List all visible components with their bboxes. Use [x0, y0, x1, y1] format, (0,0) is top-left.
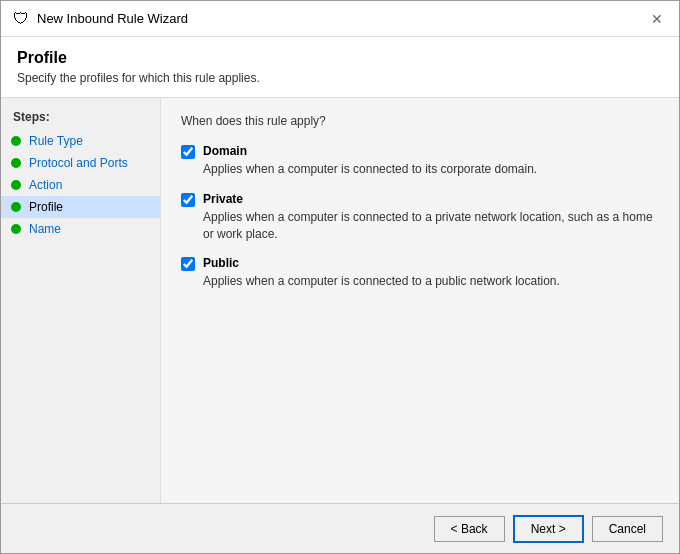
- step-indicator: [11, 136, 21, 146]
- content-area: Steps: Rule Type Protocol and Ports Acti…: [1, 98, 679, 503]
- option-desc-public: Applies when a computer is connected to …: [203, 273, 659, 290]
- checkbox-public[interactable]: [181, 257, 195, 271]
- sidebar-item-label: Protocol and Ports: [29, 156, 128, 170]
- page-header: Profile Specify the profiles for which t…: [1, 37, 679, 98]
- option-row-public: Public: [181, 256, 659, 271]
- option-row-domain: Domain: [181, 144, 659, 159]
- checkbox-domain[interactable]: [181, 145, 195, 159]
- option-label-domain: Domain: [203, 144, 247, 158]
- option-group-public: Public Applies when a computer is connec…: [181, 256, 659, 290]
- option-desc-private: Applies when a computer is connected to …: [203, 209, 659, 243]
- option-group-private: Private Applies when a computer is conne…: [181, 192, 659, 243]
- footer: < Back Next > Cancel: [1, 503, 679, 553]
- page-title: Profile: [17, 49, 663, 67]
- sidebar-item-action[interactable]: Action: [1, 174, 160, 196]
- page-subtitle: Specify the profiles for which this rule…: [17, 71, 663, 85]
- step-indicator: [11, 158, 21, 168]
- sidebar-item-label: Rule Type: [29, 134, 83, 148]
- sidebar-item-profile[interactable]: Profile: [1, 196, 160, 218]
- window-title: New Inbound Rule Wizard: [37, 11, 645, 26]
- sidebar-item-label: Name: [29, 222, 61, 236]
- close-button[interactable]: ✕: [645, 7, 669, 31]
- sidebar-item-rule-type[interactable]: Rule Type: [1, 130, 160, 152]
- step-indicator: [11, 180, 21, 190]
- step-indicator: [11, 202, 21, 212]
- checkbox-private[interactable]: [181, 193, 195, 207]
- option-desc-domain: Applies when a computer is connected to …: [203, 161, 659, 178]
- back-button[interactable]: < Back: [434, 516, 505, 542]
- question-text: When does this rule apply?: [181, 114, 659, 128]
- option-label-private: Private: [203, 192, 243, 206]
- steps-label: Steps:: [1, 110, 160, 130]
- sidebar: Steps: Rule Type Protocol and Ports Acti…: [1, 98, 161, 503]
- sidebar-item-label: Profile: [29, 200, 63, 214]
- dialog-window: 🛡 New Inbound Rule Wizard ✕ Profile Spec…: [0, 0, 680, 554]
- main-panel: When does this rule apply? Domain Applie…: [161, 98, 679, 503]
- option-group-domain: Domain Applies when a computer is connec…: [181, 144, 659, 178]
- title-bar: 🛡 New Inbound Rule Wizard ✕: [1, 1, 679, 37]
- options-area: Domain Applies when a computer is connec…: [181, 144, 659, 487]
- cancel-button[interactable]: Cancel: [592, 516, 663, 542]
- option-row-private: Private: [181, 192, 659, 207]
- sidebar-item-name[interactable]: Name: [1, 218, 160, 240]
- step-indicator: [11, 224, 21, 234]
- next-button[interactable]: Next >: [513, 515, 584, 543]
- window-icon: 🛡: [11, 9, 31, 29]
- sidebar-item-protocol-ports[interactable]: Protocol and Ports: [1, 152, 160, 174]
- option-label-public: Public: [203, 256, 239, 270]
- sidebar-item-label: Action: [29, 178, 62, 192]
